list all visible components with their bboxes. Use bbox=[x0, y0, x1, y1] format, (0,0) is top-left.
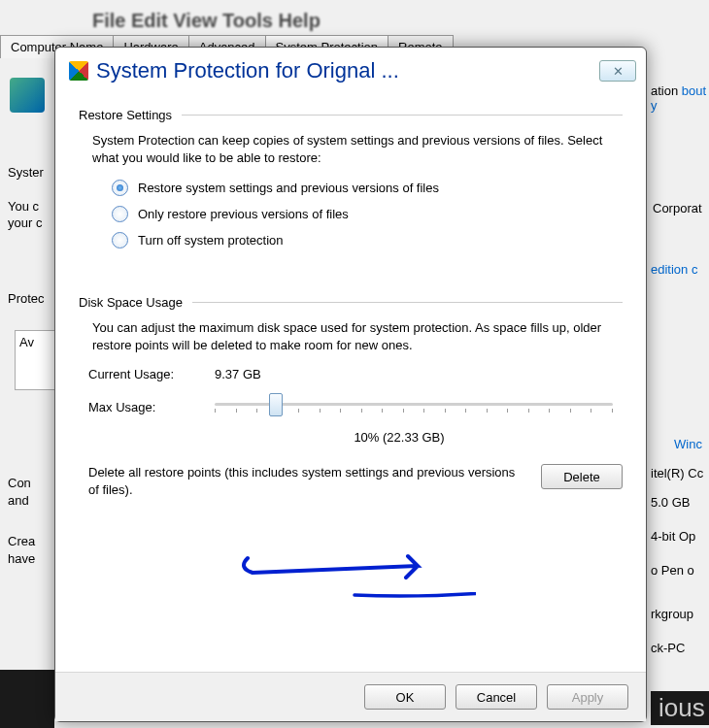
titlebar: System Protection for Orignal ... ✕ bbox=[55, 48, 646, 88]
max-usage-value: 10% (22.33 GB) bbox=[176, 430, 623, 445]
restore-options: Restore system settings and previous ver… bbox=[112, 180, 623, 248]
dialog-title: System Protection for Orignal ... bbox=[96, 58, 599, 83]
radio-turn-off[interactable]: Turn off system protection bbox=[112, 232, 623, 248]
dialog-footer: OK Cancel Apply bbox=[55, 672, 646, 721]
menubar: File Edit View Tools Help bbox=[92, 10, 321, 32]
max-usage-label: Max Usage: bbox=[88, 400, 215, 414]
radio-icon bbox=[112, 232, 128, 248]
section-label: Disk Space Usage bbox=[79, 295, 183, 310]
apply-button[interactable]: Apply bbox=[547, 684, 628, 710]
ok-button[interactable]: OK bbox=[364, 684, 446, 710]
current-usage-value: 9.37 GB bbox=[215, 367, 261, 381]
current-usage-row: Current Usage: 9.37 GB bbox=[88, 367, 623, 381]
bg-text: Con bbox=[8, 476, 31, 490]
bg-text: You c bbox=[8, 199, 39, 214]
bg-text: Crea bbox=[8, 534, 35, 548]
max-usage-row: Max Usage: bbox=[88, 391, 623, 422]
radio-restore-all[interactable]: Restore system settings and previous ver… bbox=[112, 180, 623, 196]
disk-description: You can adjust the maximum disk space us… bbox=[92, 319, 621, 353]
current-usage-label: Current Usage: bbox=[88, 367, 215, 381]
bg-text: itel(R) Cc bbox=[651, 466, 703, 480]
radio-label: Turn off system protection bbox=[138, 233, 284, 248]
bg-text: your c bbox=[8, 215, 42, 230]
bg-text: 5.0 GB bbox=[651, 495, 690, 510]
delete-restore-points-row: Delete all restore points (this includes… bbox=[88, 464, 623, 498]
radio-icon bbox=[112, 180, 128, 196]
bg-text: o Pen o bbox=[651, 563, 694, 578]
bg-text: ation bout y bbox=[651, 83, 709, 113]
close-icon: ✕ bbox=[613, 64, 624, 79]
bg-text: 4-bit Op bbox=[651, 529, 695, 544]
shield-icon bbox=[69, 61, 88, 81]
restore-description: System Protection can keep copies of sys… bbox=[92, 132, 621, 166]
bg-link[interactable]: edition c bbox=[651, 262, 697, 277]
disk-usage-header: Disk Space Usage bbox=[79, 295, 623, 310]
bg-text: Av bbox=[16, 331, 59, 353]
system-protection-icon bbox=[10, 78, 45, 113]
bg-text: ious bbox=[651, 691, 709, 725]
delete-description: Delete all restore points (this includes… bbox=[88, 464, 518, 498]
delete-button[interactable]: Delete bbox=[541, 464, 623, 489]
bg-link[interactable]: Winc bbox=[674, 437, 702, 451]
bg-text: Protec bbox=[8, 291, 45, 306]
max-usage-slider[interactable] bbox=[215, 391, 623, 422]
bg-text: have bbox=[8, 551, 35, 566]
bg-text: rkgroup bbox=[651, 607, 693, 621]
section-label: Restore Settings bbox=[79, 108, 172, 122]
slider-thumb[interactable] bbox=[269, 393, 283, 416]
cancel-button[interactable]: Cancel bbox=[456, 684, 537, 710]
radio-restore-files-only[interactable]: Only restore previous versions of files bbox=[112, 206, 623, 222]
bg-dark bbox=[0, 670, 54, 728]
bg-frame: Av bbox=[15, 330, 60, 390]
radio-label: Only restore previous versions of files bbox=[138, 207, 349, 221]
radio-label: Restore system settings and previous ver… bbox=[138, 181, 439, 195]
bg-text: and bbox=[8, 493, 29, 508]
restore-settings-header: Restore Settings bbox=[79, 108, 623, 122]
close-button[interactable]: ✕ bbox=[599, 60, 636, 82]
radio-icon bbox=[112, 206, 128, 222]
bg-text: ck-PC bbox=[651, 641, 685, 655]
bg-text: Syster bbox=[8, 165, 44, 180]
dialog-content: Restore Settings System Protection can k… bbox=[55, 88, 646, 506]
system-protection-dialog: System Protection for Orignal ... ✕ Rest… bbox=[54, 47, 647, 722]
bg-text: Corporat bbox=[653, 201, 702, 215]
